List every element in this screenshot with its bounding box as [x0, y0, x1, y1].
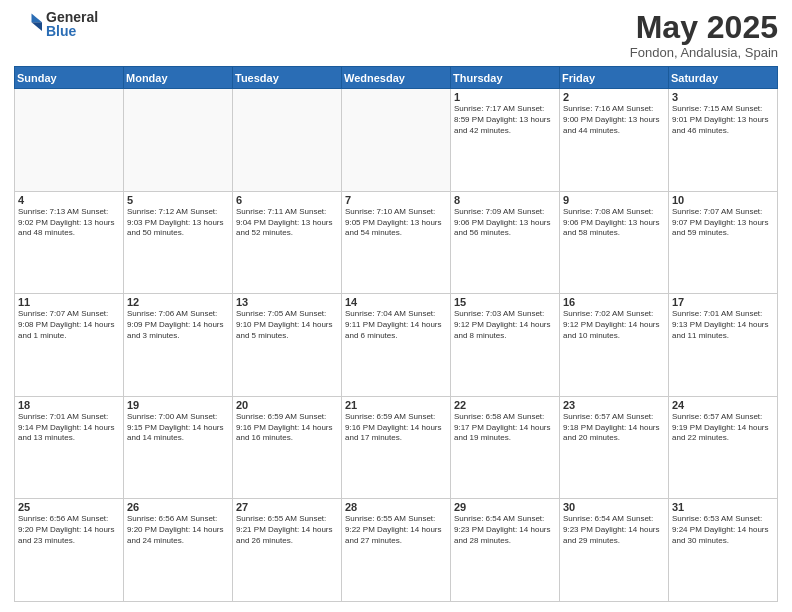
calendar-day-cell: 9Sunrise: 7:08 AM Sunset: 9:06 PM Daylig…	[560, 191, 669, 294]
calendar-week-row: 1Sunrise: 7:17 AM Sunset: 8:59 PM Daylig…	[15, 89, 778, 192]
day-info: Sunrise: 7:07 AM Sunset: 9:08 PM Dayligh…	[18, 309, 120, 341]
col-sunday: Sunday	[15, 67, 124, 89]
day-info: Sunrise: 7:10 AM Sunset: 9:05 PM Dayligh…	[345, 207, 447, 239]
day-info: Sunrise: 6:57 AM Sunset: 9:19 PM Dayligh…	[672, 412, 774, 444]
calendar-week-row: 25Sunrise: 6:56 AM Sunset: 9:20 PM Dayli…	[15, 499, 778, 602]
logo-blue-text: Blue	[46, 24, 98, 38]
calendar-day-cell: 14Sunrise: 7:04 AM Sunset: 9:11 PM Dayli…	[342, 294, 451, 397]
calendar-day-cell: 16Sunrise: 7:02 AM Sunset: 9:12 PM Dayli…	[560, 294, 669, 397]
day-info: Sunrise: 6:55 AM Sunset: 9:22 PM Dayligh…	[345, 514, 447, 546]
day-number: 22	[454, 399, 556, 411]
logo-general-text: General	[46, 10, 98, 24]
day-number: 13	[236, 296, 338, 308]
location-subtitle: Fondon, Andalusia, Spain	[630, 45, 778, 60]
day-number: 8	[454, 194, 556, 206]
day-info: Sunrise: 6:59 AM Sunset: 9:16 PM Dayligh…	[345, 412, 447, 444]
day-number: 16	[563, 296, 665, 308]
day-info: Sunrise: 7:16 AM Sunset: 9:00 PM Dayligh…	[563, 104, 665, 136]
day-info: Sunrise: 7:00 AM Sunset: 9:15 PM Dayligh…	[127, 412, 229, 444]
day-number: 9	[563, 194, 665, 206]
svg-marker-0	[32, 14, 43, 23]
day-number: 28	[345, 501, 447, 513]
day-info: Sunrise: 7:08 AM Sunset: 9:06 PM Dayligh…	[563, 207, 665, 239]
calendar-day-cell: 11Sunrise: 7:07 AM Sunset: 9:08 PM Dayli…	[15, 294, 124, 397]
calendar-day-cell	[124, 89, 233, 192]
header: General Blue May 2025 Fondon, Andalusia,…	[14, 10, 778, 60]
calendar-day-cell: 27Sunrise: 6:55 AM Sunset: 9:21 PM Dayli…	[233, 499, 342, 602]
calendar-day-cell: 3Sunrise: 7:15 AM Sunset: 9:01 PM Daylig…	[669, 89, 778, 192]
calendar-day-cell: 7Sunrise: 7:10 AM Sunset: 9:05 PM Daylig…	[342, 191, 451, 294]
month-title: May 2025	[630, 10, 778, 45]
calendar-day-cell: 2Sunrise: 7:16 AM Sunset: 9:00 PM Daylig…	[560, 89, 669, 192]
day-number: 24	[672, 399, 774, 411]
day-number: 3	[672, 91, 774, 103]
day-info: Sunrise: 6:59 AM Sunset: 9:16 PM Dayligh…	[236, 412, 338, 444]
day-number: 20	[236, 399, 338, 411]
calendar-day-cell: 1Sunrise: 7:17 AM Sunset: 8:59 PM Daylig…	[451, 89, 560, 192]
day-info: Sunrise: 7:12 AM Sunset: 9:03 PM Dayligh…	[127, 207, 229, 239]
day-info: Sunrise: 7:01 AM Sunset: 9:14 PM Dayligh…	[18, 412, 120, 444]
day-number: 4	[18, 194, 120, 206]
calendar-day-cell: 19Sunrise: 7:00 AM Sunset: 9:15 PM Dayli…	[124, 396, 233, 499]
day-info: Sunrise: 6:56 AM Sunset: 9:20 PM Dayligh…	[127, 514, 229, 546]
day-info: Sunrise: 7:06 AM Sunset: 9:09 PM Dayligh…	[127, 309, 229, 341]
day-number: 30	[563, 501, 665, 513]
day-number: 17	[672, 296, 774, 308]
day-number: 11	[18, 296, 120, 308]
calendar-day-cell: 31Sunrise: 6:53 AM Sunset: 9:24 PM Dayli…	[669, 499, 778, 602]
calendar-day-cell: 17Sunrise: 7:01 AM Sunset: 9:13 PM Dayli…	[669, 294, 778, 397]
day-info: Sunrise: 6:54 AM Sunset: 9:23 PM Dayligh…	[454, 514, 556, 546]
calendar-day-cell: 5Sunrise: 7:12 AM Sunset: 9:03 PM Daylig…	[124, 191, 233, 294]
day-number: 23	[563, 399, 665, 411]
col-thursday: Thursday	[451, 67, 560, 89]
calendar-day-cell	[233, 89, 342, 192]
day-info: Sunrise: 7:07 AM Sunset: 9:07 PM Dayligh…	[672, 207, 774, 239]
col-friday: Friday	[560, 67, 669, 89]
day-info: Sunrise: 7:09 AM Sunset: 9:06 PM Dayligh…	[454, 207, 556, 239]
day-info: Sunrise: 6:56 AM Sunset: 9:20 PM Dayligh…	[18, 514, 120, 546]
day-number: 10	[672, 194, 774, 206]
calendar-header-row: Sunday Monday Tuesday Wednesday Thursday…	[15, 67, 778, 89]
day-number: 27	[236, 501, 338, 513]
day-info: Sunrise: 7:05 AM Sunset: 9:10 PM Dayligh…	[236, 309, 338, 341]
calendar-day-cell: 22Sunrise: 6:58 AM Sunset: 9:17 PM Dayli…	[451, 396, 560, 499]
calendar-day-cell: 8Sunrise: 7:09 AM Sunset: 9:06 PM Daylig…	[451, 191, 560, 294]
calendar-day-cell: 26Sunrise: 6:56 AM Sunset: 9:20 PM Dayli…	[124, 499, 233, 602]
col-monday: Monday	[124, 67, 233, 89]
day-number: 18	[18, 399, 120, 411]
day-number: 1	[454, 91, 556, 103]
calendar-day-cell: 28Sunrise: 6:55 AM Sunset: 9:22 PM Dayli…	[342, 499, 451, 602]
day-number: 19	[127, 399, 229, 411]
calendar-day-cell	[342, 89, 451, 192]
calendar-day-cell: 25Sunrise: 6:56 AM Sunset: 9:20 PM Dayli…	[15, 499, 124, 602]
calendar-day-cell: 24Sunrise: 6:57 AM Sunset: 9:19 PM Dayli…	[669, 396, 778, 499]
day-info: Sunrise: 6:53 AM Sunset: 9:24 PM Dayligh…	[672, 514, 774, 546]
calendar-day-cell: 10Sunrise: 7:07 AM Sunset: 9:07 PM Dayli…	[669, 191, 778, 294]
col-saturday: Saturday	[669, 67, 778, 89]
day-number: 21	[345, 399, 447, 411]
logo-icon	[14, 10, 42, 38]
logo: General Blue	[14, 10, 98, 38]
title-area: May 2025 Fondon, Andalusia, Spain	[630, 10, 778, 60]
day-number: 29	[454, 501, 556, 513]
calendar-day-cell: 4Sunrise: 7:13 AM Sunset: 9:02 PM Daylig…	[15, 191, 124, 294]
calendar-week-row: 18Sunrise: 7:01 AM Sunset: 9:14 PM Dayli…	[15, 396, 778, 499]
day-info: Sunrise: 6:57 AM Sunset: 9:18 PM Dayligh…	[563, 412, 665, 444]
svg-marker-1	[32, 22, 43, 31]
day-info: Sunrise: 7:11 AM Sunset: 9:04 PM Dayligh…	[236, 207, 338, 239]
calendar-day-cell: 18Sunrise: 7:01 AM Sunset: 9:14 PM Dayli…	[15, 396, 124, 499]
day-number: 12	[127, 296, 229, 308]
calendar-day-cell: 20Sunrise: 6:59 AM Sunset: 9:16 PM Dayli…	[233, 396, 342, 499]
logo-text: General Blue	[46, 10, 98, 38]
calendar-week-row: 4Sunrise: 7:13 AM Sunset: 9:02 PM Daylig…	[15, 191, 778, 294]
calendar-table: Sunday Monday Tuesday Wednesday Thursday…	[14, 66, 778, 602]
day-number: 25	[18, 501, 120, 513]
col-wednesday: Wednesday	[342, 67, 451, 89]
day-info: Sunrise: 7:04 AM Sunset: 9:11 PM Dayligh…	[345, 309, 447, 341]
day-number: 6	[236, 194, 338, 206]
day-info: Sunrise: 7:01 AM Sunset: 9:13 PM Dayligh…	[672, 309, 774, 341]
day-number: 15	[454, 296, 556, 308]
day-info: Sunrise: 6:55 AM Sunset: 9:21 PM Dayligh…	[236, 514, 338, 546]
calendar-day-cell: 12Sunrise: 7:06 AM Sunset: 9:09 PM Dayli…	[124, 294, 233, 397]
day-info: Sunrise: 6:54 AM Sunset: 9:23 PM Dayligh…	[563, 514, 665, 546]
